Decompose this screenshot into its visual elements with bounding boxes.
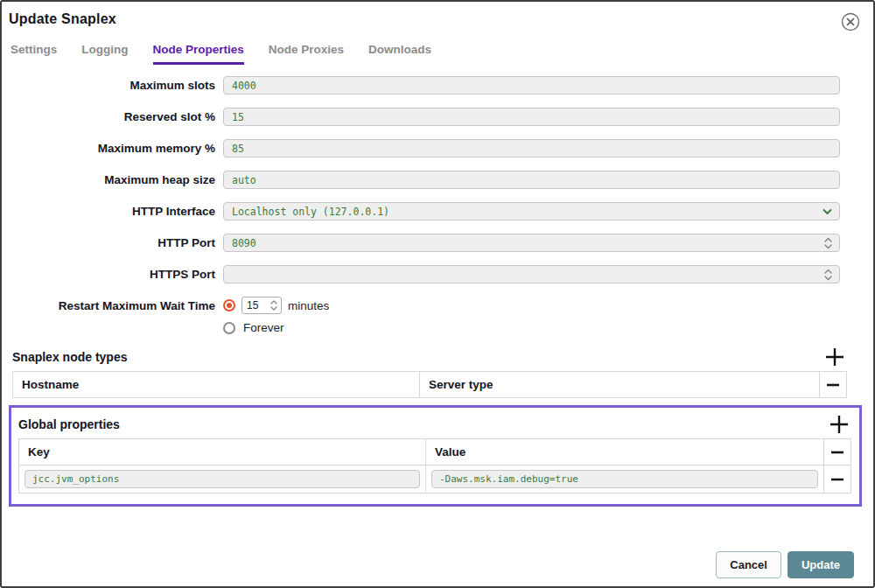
remove-global-property-row-icon[interactable] — [824, 465, 850, 493]
forever-label: Forever — [243, 321, 284, 334]
tab-logging[interactable]: Logging — [81, 43, 128, 65]
tab-downloads[interactable]: Downloads — [368, 43, 431, 65]
form-row: Restart Maximum Wait Time 15 minutes — [2, 297, 873, 314]
close-icon[interactable] — [840, 11, 861, 32]
global-properties-highlight-box: Global properties Key Value — [9, 405, 862, 507]
form-row: HTTPS Port — [2, 265, 873, 284]
maximum-heap-label: Maximum heap size — [2, 173, 215, 186]
form-row: Maximum heap size — [2, 171, 873, 189]
global-properties-heading: Global properties — [18, 417, 120, 431]
stepper-icon[interactable] — [270, 299, 278, 312]
global-property-value-input[interactable] — [431, 470, 818, 488]
dialog-footer: Cancel Update — [716, 551, 854, 578]
restart-minutes-value: 15 — [247, 299, 258, 312]
global-property-value-cell — [426, 465, 824, 493]
tab-settings[interactable]: Settings — [10, 43, 57, 65]
update-button[interactable]: Update — [788, 551, 854, 578]
add-node-type-icon[interactable] — [824, 346, 845, 368]
server-type-column-header: Server type — [420, 372, 820, 397]
dialog-header: Update Snaplex — [2, 2, 873, 32]
tab-node-proxies[interactable]: Node Proxies — [269, 43, 344, 65]
https-port-label: HTTPS Port — [2, 268, 215, 281]
restart-wait-label: Restart Maximum Wait Time — [2, 299, 215, 312]
tab-bar: Settings Logging Node Properties Node Pr… — [2, 32, 873, 65]
maximum-slots-input[interactable] — [223, 76, 840, 94]
node-types-heading: Snaplex node types — [12, 350, 127, 364]
http-interface-label: HTTP Interface — [2, 205, 215, 218]
http-port-input[interactable] — [223, 234, 840, 252]
maximum-slots-label: Maximum slots — [2, 79, 215, 92]
reserved-slot-input[interactable] — [223, 108, 840, 126]
global-properties-table: Key Value — [18, 438, 851, 494]
http-interface-value: Localhost only (127.0.0.1) — [232, 206, 389, 218]
form-row: Maximum slots — [2, 76, 873, 94]
stepper-icon[interactable] — [823, 268, 833, 281]
form-row: HTTP Interface Localhost only (127.0.0.1… — [2, 202, 873, 220]
global-property-key-cell — [19, 465, 426, 493]
global-property-key-input[interactable] — [24, 470, 420, 488]
form-row: Forever — [223, 321, 873, 334]
remove-global-property-icon[interactable] — [824, 439, 850, 465]
maximum-memory-label: Maximum memory % — [2, 142, 215, 155]
stepper-icon[interactable] — [823, 236, 833, 249]
http-interface-select[interactable]: Localhost only (127.0.0.1) — [223, 202, 840, 220]
https-port-input[interactable] — [223, 265, 840, 284]
restart-forever-radio[interactable] — [223, 322, 235, 334]
maximum-memory-input[interactable] — [223, 139, 840, 158]
form-row: Reserved slot % — [2, 108, 873, 126]
http-port-label: HTTP Port — [2, 236, 215, 249]
chevron-down-icon — [822, 208, 832, 215]
restart-minutes-stepper[interactable]: 15 — [242, 297, 282, 314]
tab-node-properties[interactable]: Node Properties — [153, 43, 244, 65]
remove-node-type-icon[interactable] — [820, 372, 846, 397]
form-row: HTTP Port — [2, 234, 873, 252]
dialog-title: Update Snaplex — [9, 11, 116, 27]
key-column-header: Key — [19, 439, 426, 465]
reserved-slot-label: Reserved slot % — [2, 110, 215, 123]
value-column-header: Value — [426, 439, 824, 465]
hostname-column-header: Hostname — [13, 372, 420, 397]
node-types-table: Hostname Server type — [12, 371, 847, 398]
snaplex-node-types-section: Snaplex node types Hostname Server type — [12, 346, 847, 398]
maximum-heap-input[interactable] — [223, 171, 840, 189]
update-snaplex-dialog: Update Snaplex Settings Logging Node Pro… — [0, 0, 875, 588]
cancel-button[interactable]: Cancel — [716, 551, 781, 578]
form-row: Maximum memory % — [2, 139, 873, 158]
add-global-property-icon[interactable] — [829, 414, 850, 435]
minutes-label: minutes — [288, 299, 329, 312]
node-properties-form: Maximum slots Reserved slot % Maximum me… — [2, 76, 873, 334]
restart-minutes-radio[interactable] — [223, 299, 235, 312]
